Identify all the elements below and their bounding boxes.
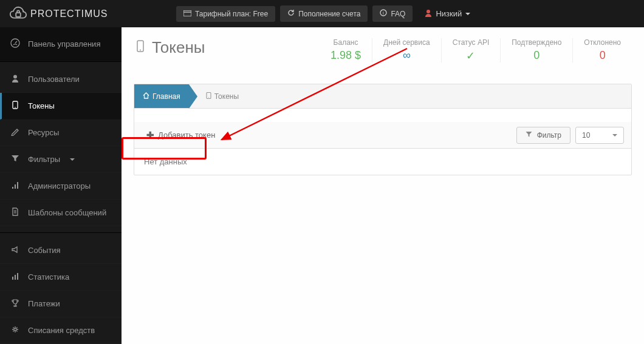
breadcrumb-current-label: Токены [214,92,239,101]
stat-balance: Баланс 1.98 $ [320,38,372,62]
empty-text: Нет данных [144,157,187,166]
tariff-label: Тарифный план: Free [195,10,268,18]
stat-api-value: ✓ [453,49,490,62]
svg-rect-16 [12,277,13,280]
svg-rect-12 [17,182,18,189]
home-icon [143,92,149,101]
filter-button[interactable]: Фильтр [516,127,570,144]
user-icon [425,9,432,19]
add-token-button[interactable]: ✚ Добавить токен [134,122,227,148]
sidebar-item-resources[interactable]: Ресурсы [0,120,122,146]
stat-rejected-label: Отклонено [584,38,621,47]
trophy-icon [10,298,21,309]
add-token-label: Добавить токен [158,130,215,140]
stat-days: Дней сервиса ∞ [372,38,441,62]
faq-button[interactable]: i FAQ [372,5,413,22]
sidebar-label-stats: Статистика [28,272,69,282]
svg-rect-1 [183,10,191,16]
admins-icon [10,181,21,191]
sidebar-item-payments[interactable]: Платежи [0,291,122,317]
sidebar-item-stats[interactable]: Статистика [0,264,122,291]
content-panel: Главная Токены ✚ Добавить токен [134,84,632,175]
stat-confirmed-value: 0 [512,49,561,62]
chevron-down-icon [70,158,75,161]
dashboard-icon [10,38,21,50]
templates-icon [10,207,21,218]
refresh-icon [287,9,295,18]
cloud-lock-icon [9,5,27,23]
filter-label: Фильтр [537,131,561,140]
breadcrumb-current: Токены [189,84,248,108]
stat-balance-label: Баланс [331,38,361,47]
info-icon: i [380,9,387,18]
svg-point-21 [140,50,141,51]
sidebar-item-admins[interactable]: Администраторы [0,173,122,200]
top-header: PROTECTIMUS Тарифный план: Free Пополнен… [0,0,644,27]
breadcrumb-home-label: Главная [152,92,180,101]
sidebar-item-dashboard[interactable]: Панель управления [0,27,122,61]
gear-icon [10,325,21,336]
toolbar-left: ✚ Добавить токен [134,122,227,148]
main-content: Токены Баланс 1.98 $ Дней сервиса ∞ Стат… [122,27,644,344]
sidebar-label-templates: Шаблоны сообщений [28,208,106,217]
toolbar-right: Фильтр 10 [516,122,631,148]
sidebar-item-tokens[interactable]: Токены [0,93,122,120]
page-title: Токены [134,38,205,57]
svg-rect-11 [15,184,16,189]
svg-point-7 [13,75,17,79]
sidebar: Панель управления Пользователи Токены Ре… [0,27,122,344]
svg-rect-18 [17,273,18,280]
users-icon [10,74,21,84]
stat-api-label: Статус API [453,38,490,47]
stats-row: Баланс 1.98 $ Дней сервиса ∞ Статус API … [320,38,632,62]
sidebar-label-dashboard: Панель управления [28,39,100,49]
top-nav: Тарифный план: Free Пополнение счета i F… [122,5,644,22]
breadcrumb: Главная Токены [134,84,248,108]
sidebar-item-events[interactable]: События [0,237,122,264]
svg-point-19 [14,328,16,331]
pagesize-value: 10 [582,131,590,140]
tariff-button[interactable]: Тарифный план: Free [176,6,275,22]
sidebar-item-templates[interactable]: Шаблоны сообщений [0,200,122,226]
user-name: Низкий [436,9,462,18]
svg-rect-0 [16,13,21,17]
chevron-down-icon [465,13,470,15]
faq-label: FAQ [391,10,405,18]
plus-icon: ✚ [146,130,154,141]
sidebar-item-users[interactable]: Пользователи [0,66,122,93]
sidebar-label-resources: Ресурсы [28,128,59,137]
pagesize-select[interactable]: 10 [575,127,624,144]
sidebar-label-tokens: Токены [28,101,55,110]
token-device-icon [134,39,147,56]
stat-rejected: Отклонено 0 [572,38,632,62]
stat-days-value: ∞ [383,49,430,62]
stat-balance-value: 1.98 $ [331,49,361,62]
svg-point-9 [15,107,16,109]
sidebar-item-debits[interactable]: Списания средств [0,317,122,344]
megaphone-icon [10,245,21,255]
svg-text:i: i [383,10,385,16]
toolbar: ✚ Добавить токен Фильтр 10 [134,122,631,149]
page-header: Токены Баланс 1.98 $ Дней сервиса ∞ Стат… [134,33,632,72]
user-menu[interactable]: Низкий [417,5,478,22]
sidebar-label-payments: Платежи [28,299,60,308]
breadcrumb-bar: Главная Токены [134,84,631,109]
chevron-down-icon [612,134,617,137]
svg-point-5 [426,10,430,13]
stat-confirmed-label: Подтверждено [512,38,561,47]
stat-api: Статус API ✓ [441,38,501,62]
svg-point-23 [208,96,209,97]
sidebar-item-filters[interactable]: Фильтры [0,146,122,173]
stat-confirmed: Подтверждено 0 [500,38,572,62]
table-empty-message: Нет данных [134,149,631,175]
brand-logo[interactable]: PROTECTIMUS [0,0,122,27]
filter-icon [10,154,21,164]
topup-button[interactable]: Пополнение счета [280,5,368,22]
credit-card-icon [183,10,191,18]
breadcrumb-home[interactable]: Главная [134,84,189,108]
sidebar-label-filters: Фильтры [28,155,60,164]
sidebar-label-debits: Списания средств [28,326,95,335]
token-small-icon [206,92,211,101]
sidebar-label-events: События [28,246,61,255]
stat-rejected-value: 0 [584,49,621,62]
